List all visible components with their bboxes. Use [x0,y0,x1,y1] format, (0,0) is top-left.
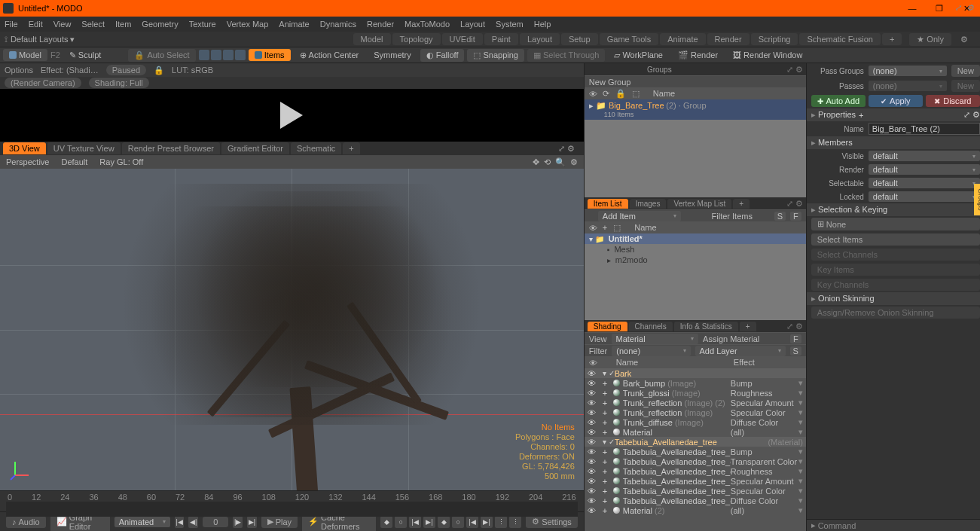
itemlist-tab-2[interactable]: Vertex Map List [667,199,731,209]
next-frame-button[interactable]: |▶ [233,516,243,528]
only-button[interactable]: ★ Only [909,33,951,46]
shading-tab-2[interactable]: Info & Statistics [674,322,738,331]
visible-dropdown[interactable]: default [869,151,980,161]
prev-frame-button[interactable]: ◀| [188,516,198,528]
layout-tab-animate[interactable]: Animate [660,33,705,45]
current-frame-field[interactable]: 0 [203,517,228,527]
layout-dropdown[interactable]: Default Layouts ▾ [11,35,75,44]
scene-root-item[interactable]: ▾ 📁 Untitled* [585,233,806,244]
pass-groups-dropdown[interactable]: (none) [869,66,947,76]
selection-none-button[interactable]: ⊞ None [811,218,980,230]
menu-dynamics[interactable]: Dynamics [320,20,356,29]
render-dropdown[interactable]: default [869,164,980,175]
layout-tab-setup[interactable]: Setup [561,33,598,45]
add-layer-dropdown[interactable]: Add Layer [695,346,786,356]
command-field[interactable]: Command [818,521,856,530]
locked-dropdown[interactable]: default [869,191,980,202]
shading-pill[interactable]: Shading: Full [89,78,149,88]
menu-texture[interactable]: Texture [189,20,216,29]
shader-row[interactable]: 👁▾ ✓ Bark [585,368,806,378]
layout-tab-uvedit[interactable]: UVEdit [442,33,483,45]
view-tab-0[interactable]: 3D View [3,142,46,154]
new-group-button[interactable]: New Group [585,75,806,87]
items-mode-button[interactable]: Items [249,49,291,61]
view-tab-1[interactable]: UV Texture View [47,142,121,154]
axis-gizmo[interactable] [9,459,32,481]
shader-row[interactable]: 👁+Trunk_diffuse (Image)Diffuse Color▾ [585,417,806,427]
onion-skinning-button[interactable]: Assign/Remove Onion Skinning [811,307,980,319]
menu-system[interactable]: System [496,20,524,29]
group-item[interactable]: ▸ 📁 Big_Bare_Tree (2) · Group 110 Items [585,99,806,120]
lut-dropdown[interactable]: LUT: sRGB [172,66,213,75]
shader-row[interactable]: 👁▾ ✓ Tabebuia_Avellanedae_tree(Material) [585,437,806,447]
select-items-button[interactable]: Select Items [811,233,980,246]
menu-geometry[interactable]: Geometry [142,20,178,29]
expand-icon[interactable]: ⤢ [954,3,963,12]
discard-button[interactable]: ✖ Discard [926,95,980,107]
options-button[interactable]: Options [5,66,33,75]
add-item-dropdown[interactable]: Add Item [598,211,681,221]
effect-dropdown[interactable]: Effect: (Shadi… [41,66,99,75]
shading-tab-0[interactable]: Shading [588,322,627,331]
settings-button[interactable]: ⚙ Settings [526,515,578,528]
sculpt-mode-button[interactable]: ✎ Sculpt [63,49,108,62]
layout-add-tab[interactable]: + [882,33,902,45]
render-button[interactable]: 🎬 Render [672,49,724,62]
move-icon[interactable]: ✥ [533,157,539,167]
menu-edit[interactable]: Edit [29,20,43,29]
menu-select[interactable]: Select [81,20,105,29]
auto-select-button[interactable]: 🔒 Auto Select [128,49,195,62]
shading-tree[interactable]: 👁▾ ✓ Bark👁+Bark_bump (Image)Bump▾👁+Trunk… [585,368,806,531]
minimize-button[interactable]: — [902,4,923,14]
filter-items-field[interactable]: Filter Items [695,212,770,221]
component-mode-icons[interactable] [199,50,246,60]
itemlist-tab-3[interactable]: + [733,199,750,209]
zoom-icon[interactable]: 🔍 [555,157,566,167]
3d-viewport[interactable]: No Items Polygons : Face Channels: 0 Def… [0,169,584,490]
shader-row[interactable]: 👁+Tabebuia_Avellanedae_tree_diffuse (…Di… [585,496,806,505]
shading-style-dropdown[interactable]: Default [61,157,87,166]
properties-header[interactable]: Properties [811,110,856,120]
menu-layout[interactable]: Layout [460,20,485,29]
menu-animate[interactable]: Animate [279,20,309,29]
falloff-button[interactable]: ◐ Falloff [420,49,465,62]
itemlist-tab-0[interactable]: Item List [588,199,628,209]
action-center-button[interactable]: ⊕ Action Center [294,49,365,62]
shading-filter-dropdown[interactable]: (none) [612,346,690,356]
layout-tab-paint[interactable]: Paint [484,33,518,45]
shader-row[interactable]: 👁+Trunk_reflection (Image) (2)Specular A… [585,398,806,407]
viewport-expand-icon[interactable]: ⤢ ⚙ [552,142,581,155]
groups-side-tab[interactable]: Groups [974,184,980,215]
layout-tab-model[interactable]: Model [353,33,391,45]
layout-tab-game-tools[interactable]: Game Tools [600,33,659,45]
auto-add-button[interactable]: ✚ Auto Add [811,95,866,107]
itemlist-tab-1[interactable]: Images [630,199,667,209]
shading-view-dropdown[interactable]: Material [612,334,699,344]
workplane-button[interactable]: ▱ WorkPlane [608,49,669,62]
apply-button[interactable]: ✔ Apply [869,95,923,107]
shader-row[interactable]: 👁+Tabebuia_Avellanedae_tree_reflection S… [585,476,806,486]
shader-row[interactable]: 👁+Tabebuia_Avellanedae_tree_bump (I…Bump… [585,447,806,456]
perspective-dropdown[interactable]: Perspective [6,157,49,166]
render-preview[interactable] [0,89,584,142]
goto-end-button[interactable]: ▶| [247,516,257,528]
name-field[interactable] [869,123,980,135]
key-controls[interactable]: ◆○|◀▶| ◆○|◀▶| ⋮⋮ [380,516,521,528]
shading-tab-1[interactable]: Channels [629,322,673,331]
render-window-button[interactable]: 🖼 Render Window [727,49,808,61]
shader-row[interactable]: 👁+Trunk_reflection (Image)Specular Color… [585,407,806,417]
passes-dropdown[interactable]: (none) [869,81,947,91]
shader-row[interactable]: 👁+Tabebuia_Avellanedae_tree_opacity (…Tr… [585,456,806,466]
maximize-button[interactable]: ❐ [929,4,950,14]
view-tab-5[interactable]: + [343,142,359,154]
layout-gear-icon[interactable]: ⚙ [953,33,975,46]
shader-row[interactable]: 👁+Tabebuia_Avellanedae_tree_reflection S… [585,486,806,496]
audio-button[interactable]: ♪ Audio [6,516,46,528]
viewport-gear-icon[interactable]: ⚙ [570,157,578,167]
mesh-item[interactable]: ▪ Mesh [585,244,806,255]
shader-row[interactable]: 👁+Material (2)(all)▾ [585,505,806,515]
assign-material-button[interactable]: Assign Material [703,334,786,343]
menu-vertex-map[interactable]: Vertex Map [227,20,269,29]
menu-maxtomodo[interactable]: MaxToModo [405,20,450,29]
select-through-button[interactable]: ▦ Select Through [527,49,605,62]
